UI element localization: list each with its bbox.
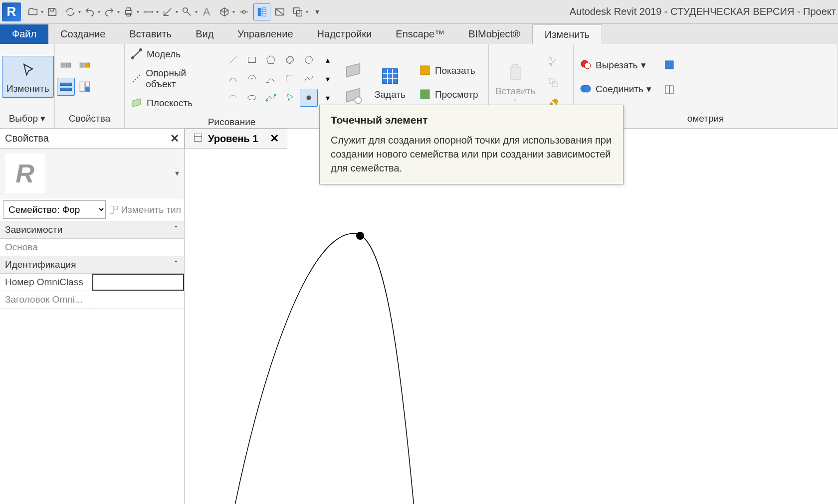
view-tab-label: Уровень 1 [208,133,258,145]
svg-rect-5 [258,7,261,16]
thin-lines-icon[interactable] [253,3,270,20]
customize-qat-icon[interactable]: ▾ [309,3,326,20]
modify-button[interactable]: Изменить [2,56,54,98]
viewer-button[interactable]: Просмотр [415,86,482,103]
switch-windows-icon[interactable] [289,3,306,20]
group-constraints[interactable]: Зависимости⌃ [0,221,184,239]
close-view-icon[interactable]: ✕ [270,132,279,145]
group-identity[interactable]: Идентификация⌃ [0,256,184,274]
print-icon[interactable] [120,3,137,20]
svg-point-22 [132,57,134,59]
svg-point-32 [266,100,268,102]
join-geometry-button[interactable]: Соединить ▾ [576,81,655,98]
open-icon[interactable] [24,3,41,20]
arc-start-end-icon[interactable] [224,70,242,88]
tab-create[interactable]: Создание [48,24,117,44]
tab-modify[interactable]: Изменить [532,24,602,44]
default-3d-view-icon[interactable] [216,3,233,20]
more-down-icon[interactable]: ▴ [319,51,337,69]
undo-icon[interactable] [81,3,98,20]
type-thumbnail-icon: R [5,154,45,193]
tooltip-body: Служит для создания опорной точки для ис… [331,133,612,175]
point-element-icon[interactable] [300,89,318,107]
ellipse-full-icon[interactable] [243,89,261,107]
family-types-icon[interactable] [76,59,94,77]
tab-file[interactable]: Файл [0,24,48,44]
svg-rect-44 [513,64,518,68]
arc-center-icon[interactable] [243,70,261,88]
close-properties-icon[interactable]: ✕ [170,132,179,145]
svg-point-23 [140,49,142,51]
close-hidden-icon[interactable] [271,3,288,20]
model-line-button[interactable]: Модель [127,46,218,63]
plane-icon [131,97,144,110]
pick-lines-icon[interactable] [281,89,299,107]
tag-icon[interactable] [179,3,196,20]
type-selector[interactable]: R ▾ [0,149,184,198]
show-button[interactable]: Показать [415,62,482,79]
show-workplane-icon [341,58,365,82]
set-workplane-button[interactable]: Задать [370,62,410,104]
spline-icon[interactable] [300,70,318,88]
svg-rect-16 [85,63,90,67]
reference-plane-button[interactable]: Плоскость [127,95,218,112]
more-mid-icon[interactable]: ▾ [319,70,337,88]
polygon-inscribed-icon[interactable] [262,51,280,69]
text-icon[interactable]: A [198,3,215,20]
drawing-canvas[interactable] [185,149,838,504]
more-bot-icon[interactable]: ▾ [319,89,337,107]
cope-icon[interactable] [660,56,678,74]
svg-rect-14 [66,63,71,67]
cut-geometry-button[interactable]: Вырезать ▾ [576,57,655,74]
tab-bimobject[interactable]: BIMobject® [456,24,532,44]
svg-rect-36 [383,69,398,84]
properties-icon[interactable] [57,59,75,77]
svg-rect-21 [85,87,90,92]
circle-tool-icon[interactable] [300,51,318,69]
svg-point-29 [251,78,252,79]
svg-rect-54 [665,86,669,94]
type-properties-icon[interactable] [57,78,75,96]
measure-icon[interactable] [140,3,157,20]
svg-point-26 [286,56,294,64]
view-icon [193,133,203,145]
tab-manage[interactable]: Управление [225,24,305,44]
tab-addins[interactable]: Надстройки [305,24,384,44]
redo-icon[interactable] [101,3,118,20]
svg-point-33 [274,94,276,96]
svg-rect-58 [195,134,202,141]
svg-rect-20 [85,82,90,86]
properties-palette: Свойства ✕ R ▾ Семейство: Фор Изменить т… [0,129,185,504]
family-selector[interactable]: Семейство: Фор [3,200,106,219]
edit-type-button[interactable]: Изменить тип [109,204,181,215]
polygon-circumscribed-icon[interactable] [281,51,299,69]
line-tool-icon[interactable] [224,51,242,69]
tab-view[interactable]: Вид [184,24,225,44]
section-icon[interactable] [235,3,252,20]
spline-points-icon[interactable] [262,89,280,107]
svg-rect-19 [80,82,84,92]
dimension-icon[interactable] [159,3,176,20]
sync-icon[interactable] [62,3,79,20]
revit-logo-icon[interactable]: R [2,2,21,21]
split-face-icon[interactable] [660,81,678,99]
fillet-arc-icon[interactable] [281,70,299,88]
tab-insert[interactable]: Вставить [117,24,184,44]
arc-tangent-icon[interactable] [262,70,280,88]
svg-rect-6 [262,7,266,16]
svg-point-31 [248,95,256,100]
tooltip: Точечный элемент Служит для создания опо… [319,105,624,184]
tab-enscape[interactable]: Enscape™ [384,24,456,44]
family-category-icon[interactable] [76,78,94,96]
tooltip-title: Точечный элемент [331,114,612,126]
svg-rect-57 [114,206,118,209]
save-icon[interactable] [44,3,61,20]
panel-label-properties: Свойства [55,110,124,128]
ellipse-partial-icon[interactable] [224,89,242,107]
reference-line-button[interactable]: Опорный объект [127,66,218,92]
view-tab[interactable]: Уровень 1 ✕ [185,129,287,149]
properties-header: Свойства ✕ [0,129,184,149]
omniclass-number-field[interactable] [92,274,185,291]
reference-point-icon[interactable] [356,232,364,240]
rectangle-tool-icon[interactable] [243,51,261,69]
